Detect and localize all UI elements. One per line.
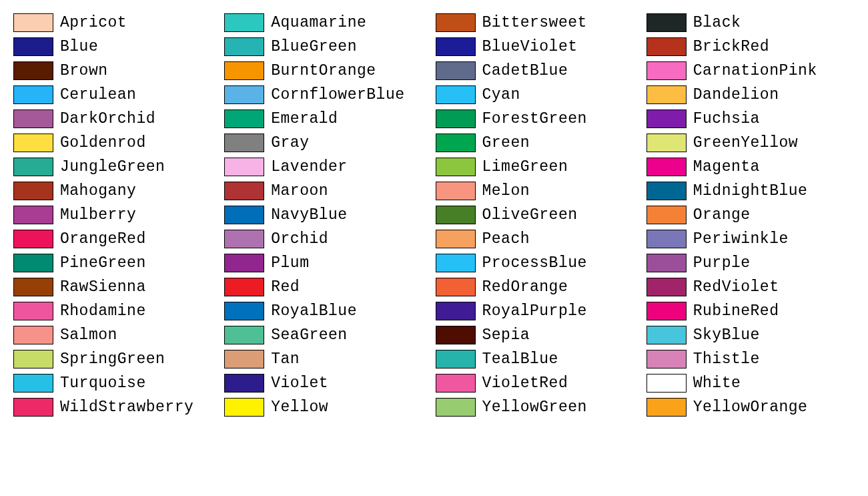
- color-label: Peach: [482, 230, 530, 248]
- color-swatch: [646, 278, 687, 296]
- color-label: MidnightBlue: [693, 182, 808, 200]
- color-swatch: [646, 37, 687, 56]
- color-label: WildStrawberry: [60, 399, 193, 416]
- color-item: Bittersweet: [436, 13, 644, 32]
- color-swatch: [224, 13, 264, 32]
- color-swatch: [436, 302, 476, 320]
- color-label: RawSienna: [60, 278, 146, 296]
- color-item: Maroon: [224, 182, 432, 200]
- color-item: Lavender: [224, 158, 432, 176]
- color-label: VioletRed: [482, 375, 568, 392]
- color-label: TealBlue: [482, 350, 558, 368]
- color-label: RedViolet: [693, 278, 779, 296]
- color-label: BlueViolet: [482, 38, 578, 55]
- color-swatch-grid: ApricotAquamarineBittersweetBlackBlueBlu…: [13, 13, 855, 417]
- color-item: Turquoise: [13, 374, 222, 393]
- color-item: WildStrawberry: [13, 398, 222, 417]
- color-item: RedViolet: [646, 278, 855, 296]
- color-label: Brown: [60, 62, 108, 79]
- color-label: Emerald: [271, 110, 338, 128]
- color-swatch: [646, 254, 687, 272]
- color-item: Orange: [646, 206, 855, 224]
- color-label: Magenta: [693, 158, 760, 176]
- color-item: Black: [646, 13, 855, 32]
- color-item: Goldenrod: [13, 134, 222, 152]
- color-item: RubineRed: [646, 302, 855, 320]
- color-item: YellowOrange: [646, 398, 855, 417]
- color-item: Plum: [224, 254, 432, 272]
- color-item: Melon: [436, 182, 644, 200]
- color-swatch: [224, 350, 264, 368]
- color-swatch: [13, 85, 53, 104]
- color-swatch: [436, 230, 476, 248]
- color-label: Violet: [271, 375, 328, 392]
- color-item: Tan: [224, 350, 432, 368]
- color-item: Brown: [13, 61, 222, 80]
- color-swatch: [224, 85, 264, 104]
- color-label: RoyalPurple: [482, 302, 587, 320]
- color-item: White: [646, 374, 855, 393]
- color-label: LimeGreen: [482, 158, 568, 176]
- color-swatch: [13, 350, 53, 368]
- color-swatch: [646, 302, 687, 320]
- color-swatch: [224, 206, 264, 224]
- color-item: SkyBlue: [646, 326, 855, 344]
- color-label: Fuchsia: [693, 110, 760, 128]
- color-item: Thistle: [646, 350, 855, 368]
- color-item: Emerald: [224, 109, 432, 128]
- color-swatch: [13, 254, 53, 272]
- color-label: Mulberry: [60, 206, 136, 224]
- color-swatch: [13, 37, 53, 56]
- color-item: VioletRed: [436, 374, 644, 393]
- color-item: CornflowerBlue: [224, 85, 432, 104]
- color-swatch: [646, 206, 687, 224]
- color-label: Bittersweet: [482, 14, 587, 31]
- color-item: Fuchsia: [646, 109, 855, 128]
- color-item: Apricot: [13, 13, 222, 32]
- color-swatch: [224, 182, 264, 200]
- color-item: JungleGreen: [13, 158, 222, 176]
- color-label: Cyan: [482, 86, 520, 103]
- color-label: Goldenrod: [60, 134, 146, 152]
- color-item: Orchid: [224, 230, 432, 248]
- color-item: ForestGreen: [436, 109, 644, 128]
- color-swatch: [13, 374, 53, 393]
- color-label: Orchid: [271, 230, 328, 248]
- color-item: CarnationPink: [646, 61, 855, 80]
- color-item: DarkOrchid: [13, 109, 222, 128]
- color-swatch: [224, 37, 264, 56]
- color-item: BrickRed: [646, 37, 855, 56]
- color-swatch: [646, 13, 687, 32]
- color-label: Gray: [271, 134, 309, 152]
- color-item: OliveGreen: [436, 206, 644, 224]
- color-item: RoyalBlue: [224, 302, 432, 320]
- color-swatch: [224, 134, 264, 152]
- color-swatch: [224, 398, 264, 417]
- color-swatch: [646, 134, 687, 152]
- color-item: GreenYellow: [646, 134, 855, 152]
- color-label: Thistle: [693, 350, 760, 368]
- color-label: Black: [693, 14, 741, 31]
- color-item: BurntOrange: [224, 61, 432, 80]
- color-swatch: [13, 278, 53, 296]
- color-swatch: [436, 61, 476, 80]
- color-label: Plum: [271, 254, 309, 272]
- color-label: BrickRed: [693, 38, 769, 55]
- color-item: Violet: [224, 374, 432, 393]
- color-swatch: [224, 61, 264, 80]
- color-swatch: [224, 158, 264, 176]
- color-label: Lavender: [271, 158, 347, 176]
- color-label: Periwinkle: [693, 230, 789, 248]
- color-label: CornflowerBlue: [271, 86, 404, 103]
- color-item: BlueViolet: [436, 37, 644, 56]
- color-item: Salmon: [13, 326, 222, 344]
- color-swatch: [646, 350, 687, 368]
- color-swatch: [13, 134, 53, 152]
- color-label: Aquamarine: [271, 14, 366, 31]
- color-swatch: [13, 109, 53, 128]
- color-label: Mahogany: [60, 182, 136, 200]
- color-item: Blue: [13, 37, 222, 56]
- color-label: BlueGreen: [271, 38, 357, 55]
- color-label: JungleGreen: [60, 158, 165, 176]
- color-item: Green: [436, 134, 644, 152]
